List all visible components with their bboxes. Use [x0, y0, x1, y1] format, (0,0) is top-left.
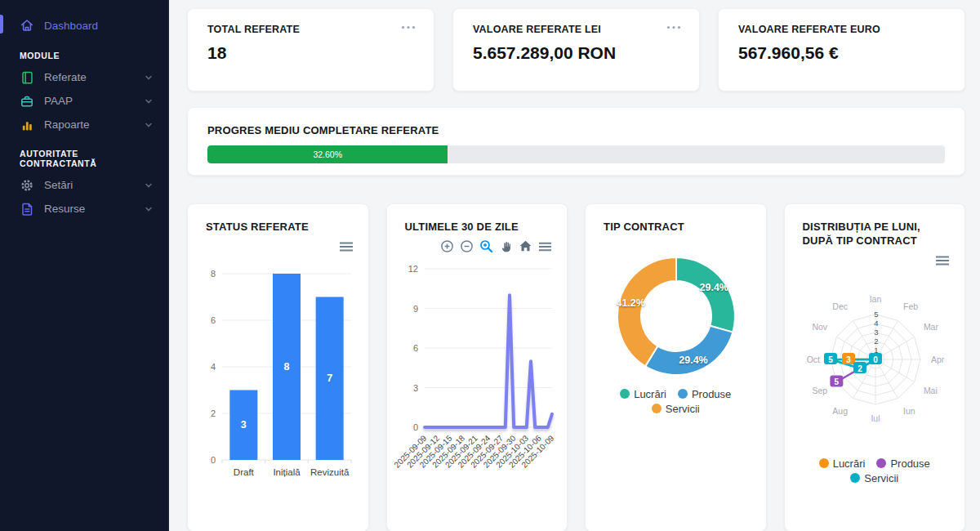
bar-chart[interactable]: 024683Draft8Inițială7Revizuită: [201, 254, 356, 486]
sidebar-item-resurse[interactable]: Resurse: [0, 198, 168, 220]
svg-text:Iun: Iun: [903, 406, 915, 416]
svg-text:8: 8: [211, 269, 216, 279]
chart-card-tip-contract: TIP CONTRACT 29.4%29.4%41.2% LucrăriProd…: [585, 203, 767, 531]
chart-title: ULTIMELE 30 DE ZILE: [400, 221, 555, 234]
stat-card-valoare-lei: VALOARE REFERATE LEI 5.657.289,00 RON: [452, 8, 700, 91]
legend-dot-icon: [620, 389, 630, 399]
donut-legend: LucrăriProduseServicii: [599, 388, 753, 415]
menu-icon[interactable]: [339, 241, 354, 252]
chart-title: STATUS REFERATE: [201, 221, 355, 234]
svg-text:8: 8: [284, 361, 290, 373]
svg-text:41.2%: 41.2%: [616, 297, 644, 309]
legend-label: Servicii: [864, 472, 898, 484]
legend-item-lucrări[interactable]: Lucrări: [819, 457, 866, 470]
radar-legend: LucrăriProduseServicii: [798, 457, 952, 484]
chart-card-ultimele-30-zile: ULTIMELE 30 DE ZILE 0369122025-09-092025…: [386, 203, 568, 531]
chart-menu: [203, 241, 354, 254]
chart-menu: [800, 255, 951, 268]
sidebar-item-paap[interactable]: PAAP: [0, 90, 168, 112]
stat-value: 5.657.289,00 RON: [473, 43, 679, 63]
charts-row: STATUS REFERATE 024683Draft8Inițială7Rev…: [187, 203, 965, 531]
legend-dot-icon: [819, 458, 829, 468]
bar-chart-icon: [20, 118, 34, 132]
legend-item-servicii[interactable]: Servicii: [652, 403, 700, 415]
legend-item-servicii[interactable]: Servicii: [850, 472, 898, 484]
svg-text:5: 5: [874, 310, 878, 319]
sidebar-section-module: MODULE: [0, 51, 168, 60]
reset-zoom-home-icon[interactable]: [519, 239, 532, 253]
sidebar-item-label: Dashboard: [44, 20, 154, 32]
sidebar-item-label: PAAP: [44, 95, 134, 107]
sidebar-item-referate[interactable]: Referate: [0, 66, 168, 88]
svg-text:3: 3: [874, 328, 878, 337]
legend-dot-icon: [678, 389, 688, 399]
svg-text:4: 4: [211, 362, 216, 372]
chevron-down-icon: [144, 204, 154, 214]
svg-text:6: 6: [211, 315, 216, 325]
svg-text:Inițială: Inițială: [273, 467, 301, 477]
stat-value: 18: [207, 43, 414, 63]
sidebar: Dashboard MODULE Referate PAAP Rapoarte …: [0, 0, 169, 531]
svg-text:Mai: Mai: [923, 386, 937, 395]
ellipsis-menu-icon[interactable]: [666, 25, 681, 29]
stat-card-total-referate: TOTAL REFERATE 18: [187, 8, 434, 91]
pan-icon[interactable]: [499, 239, 513, 253]
svg-text:Sep: Sep: [812, 386, 827, 395]
legend-label: Lucrări: [833, 457, 866, 470]
legend-label: Servicii: [666, 403, 700, 415]
svg-text:Ian: Ian: [869, 294, 881, 304]
svg-text:Nov: Nov: [812, 322, 827, 332]
svg-text:Dec: Dec: [832, 301, 848, 311]
chevron-down-icon: [144, 120, 154, 130]
stat-card-valoare-euro: VALOARE REFERATE EURO 567.960,56 €: [718, 8, 965, 91]
sidebar-item-setari[interactable]: Setări: [0, 174, 168, 196]
svg-text:6: 6: [412, 343, 417, 353]
file-icon: [20, 202, 34, 216]
chart-title: DISTRIBUȚIA PE LUNI, DUPĂ TIP CONTRACT: [798, 221, 952, 248]
svg-text:0: 0: [412, 422, 417, 432]
donut-chart[interactable]: 29.4%29.4%41.2%: [599, 252, 754, 377]
svg-text:Oct: Oct: [806, 355, 819, 364]
sidebar-item-rapoarte[interactable]: Rapoarte: [0, 114, 168, 136]
chart-card-distributie-luni: DISTRIBUȚIA PE LUNI, DUPĂ TIP CONTRACT I…: [784, 203, 966, 531]
svg-text:2: 2: [858, 364, 862, 373]
svg-text:0: 0: [873, 355, 878, 364]
legend-item-produse[interactable]: Produse: [678, 388, 731, 400]
chart-card-status-referate: STATUS REFERATE 024683Draft8Inițială7Rev…: [187, 203, 369, 531]
legend-label: Produse: [890, 457, 929, 470]
selection-zoom-icon[interactable]: [479, 239, 493, 253]
chart-title: TIP CONTRACT: [599, 221, 753, 234]
home-icon: [20, 18, 34, 33]
stats-row: TOTAL REFERATE 18 VALOARE REFERATE LEI 5…: [187, 8, 965, 91]
stat-title: VALOARE REFERATE LEI: [473, 24, 679, 35]
svg-text:2: 2: [211, 408, 216, 418]
legend-label: Produse: [692, 388, 731, 400]
svg-text:Feb: Feb: [903, 301, 918, 311]
progress-bar-fill: 32.60%: [207, 145, 448, 163]
svg-text:5: 5: [834, 377, 839, 386]
sidebar-item-dashboard[interactable]: Dashboard: [0, 13, 168, 38]
line-chart[interactable]: 0369122025-09-092025-09-122025-09-152025…: [400, 254, 555, 491]
svg-text:3: 3: [412, 382, 417, 392]
sidebar-item-label: Setări: [44, 179, 134, 191]
chevron-down-icon: [144, 96, 154, 106]
zoom-out-icon[interactable]: [460, 239, 474, 253]
svg-text:Iul: Iul: [871, 413, 880, 423]
svg-text:5: 5: [828, 355, 833, 364]
radar-chart[interactable]: IanFebMarAprMaiIunIulAugSepOctNovDec5432…: [798, 268, 953, 438]
chevron-down-icon: [144, 73, 154, 83]
legend-dot-icon: [850, 473, 860, 483]
svg-text:Mar: Mar: [923, 322, 938, 332]
sidebar-item-label: Resurse: [44, 203, 134, 215]
progress-percent-label: 32.60%: [313, 149, 342, 159]
chart-toolbar: [402, 239, 553, 254]
ellipsis-menu-icon[interactable]: [401, 25, 416, 29]
legend-item-produse[interactable]: Produse: [876, 457, 929, 470]
dashboard-app: Dashboard MODULE Referate PAAP Rapoarte …: [0, 0, 980, 531]
sidebar-item-label: Referate: [44, 71, 134, 83]
svg-text:Revizuită: Revizuită: [310, 467, 350, 477]
menu-icon[interactable]: [538, 241, 552, 252]
menu-icon[interactable]: [935, 255, 950, 266]
zoom-in-icon[interactable]: [440, 239, 454, 253]
legend-item-lucrări[interactable]: Lucrări: [620, 388, 666, 400]
